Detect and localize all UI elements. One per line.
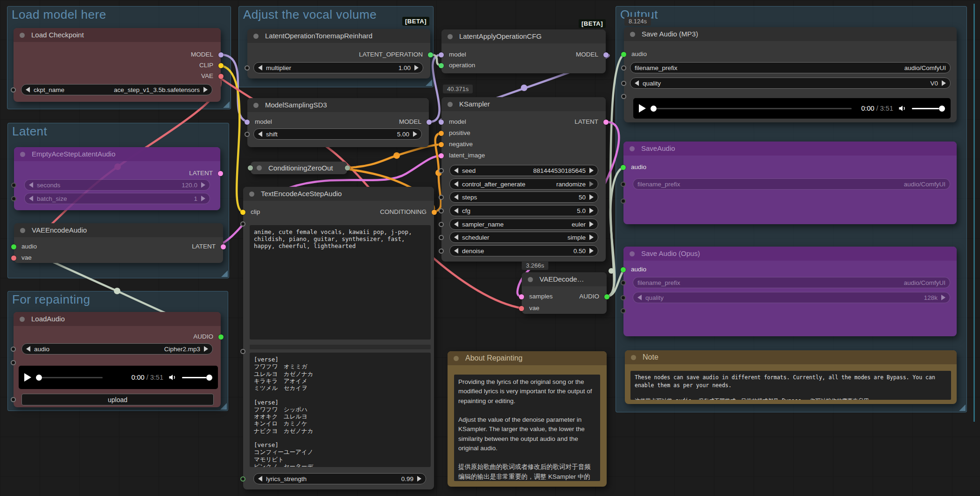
- node-load-audio[interactable]: LoadAudio AUDIO audio Cipher2.mp3 0:00 /…: [14, 312, 221, 407]
- collapse-icon[interactable]: [257, 165, 262, 170]
- collapse-icon[interactable]: [630, 146, 635, 151]
- volume-knob[interactable]: [939, 106, 945, 112]
- audio-input-port[interactable]: [621, 165, 626, 170]
- node-vae-decode[interactable]: VAEDecode… samples vae AUDIO: [522, 272, 607, 314]
- prev-value-icon[interactable]: [29, 182, 33, 188]
- node-vae-encode-audio[interactable]: VAEEncodeAudio audio vae LATENT: [14, 223, 223, 263]
- collapse-icon[interactable]: [253, 103, 259, 108]
- batch-size-widget[interactable]: batch_size 1: [24, 193, 210, 204]
- positive-input-port[interactable]: [439, 131, 444, 136]
- next-value-icon[interactable]: [204, 346, 208, 352]
- collapse-icon[interactable]: [20, 317, 25, 322]
- audio-output-port[interactable]: [218, 334, 224, 340]
- seek-bar[interactable]: [36, 375, 103, 381]
- widget-input-socket[interactable]: [240, 476, 245, 482]
- collapse-icon[interactable]: [448, 34, 453, 39]
- prev-value-icon[interactable]: [258, 65, 262, 71]
- prev-value-icon[interactable]: [26, 346, 30, 352]
- node-title[interactable]: VAEDecode…: [522, 272, 607, 286]
- group-title[interactable]: For repainting: [12, 292, 90, 307]
- play-icon[interactable]: [24, 373, 31, 382]
- node-title[interactable]: SaveAudio: [623, 142, 957, 156]
- model-output-port[interactable]: [218, 52, 224, 57]
- next-value-icon[interactable]: [414, 65, 419, 71]
- node-title[interactable]: Save Audio (MP3): [624, 27, 957, 41]
- volume-slider[interactable]: [182, 375, 212, 381]
- widget-input-socket[interactable]: [439, 235, 444, 240]
- collapse-icon[interactable]: [630, 251, 635, 256]
- prev-value-icon[interactable]: [26, 87, 30, 92]
- node-graph-canvas[interactable]: Load model here Latent For repainting Ad…: [0, 0, 980, 496]
- seconds-widget[interactable]: seconds 120.0: [24, 179, 210, 191]
- widget-input-socket[interactable]: [621, 182, 626, 187]
- node-title[interactable]: LoadAudio: [14, 312, 221, 326]
- widget-input-socket[interactable]: [621, 94, 626, 99]
- widget-input-socket[interactable]: [11, 360, 16, 365]
- collapse-icon[interactable]: [20, 228, 25, 233]
- vae-output-port[interactable]: [218, 74, 224, 79]
- cfg-widget[interactable]: cfg 5.0: [449, 205, 598, 216]
- next-value-icon[interactable]: [589, 168, 594, 173]
- widget-input-socket[interactable]: [621, 295, 626, 300]
- collapse-icon[interactable]: [20, 33, 25, 38]
- audio-input-port[interactable]: [621, 267, 626, 272]
- collapse-icon[interactable]: [454, 356, 459, 361]
- node-title[interactable]: LatentApplyOperationCFG: [441, 29, 606, 43]
- node-title[interactable]: Load Checkpoint: [14, 28, 221, 42]
- node-save-audio-opus[interactable]: Save Audio (Opus) audio filename_prefix …: [623, 247, 957, 336]
- collapse-icon[interactable]: [249, 191, 254, 197]
- prev-value-icon[interactable]: [454, 234, 458, 240]
- filename-prefix-widget[interactable]: filename_prefix audio/ComfyUI: [633, 178, 950, 190]
- node-model-sampling-sd3[interactable]: ModelSamplingSD3 model MODEL shift 5.00: [247, 98, 429, 147]
- widget-input-socket[interactable]: [240, 349, 245, 354]
- ckpt-name-widget[interactable]: ckpt_name ace_step_v1_3.5b.safetensors: [21, 84, 212, 95]
- group-title[interactable]: Latent: [12, 124, 47, 139]
- node-title[interactable]: ConditioningZeroOut: [251, 162, 347, 174]
- next-value-icon[interactable]: [942, 80, 946, 86]
- widget-input-socket[interactable]: [621, 280, 626, 285]
- model-output-port[interactable]: [427, 120, 432, 125]
- latent-output-port[interactable]: [218, 171, 223, 176]
- widget-input-socket[interactable]: [439, 208, 444, 213]
- next-value-icon[interactable]: [203, 87, 208, 92]
- node-title[interactable]: EmptyAceStepLatentAudio: [14, 147, 220, 161]
- next-value-icon[interactable]: [589, 181, 594, 187]
- node-title[interactable]: VAEEncodeAudio: [14, 223, 223, 237]
- latent-output-port[interactable]: [603, 120, 609, 125]
- volume-track[interactable]: [912, 108, 939, 109]
- node-save-audio-mp3[interactable]: Save Audio (MP3) audio filename_prefix a…: [624, 27, 957, 122]
- clip-output-port[interactable]: [218, 63, 224, 68]
- next-value-icon[interactable]: [589, 234, 594, 240]
- multiplier-widget[interactable]: multiplier 1.00: [253, 62, 423, 73]
- collapse-icon[interactable]: [20, 152, 25, 157]
- prev-value-icon[interactable]: [454, 168, 458, 173]
- widget-input-socket[interactable]: [439, 168, 444, 173]
- node-ksampler[interactable]: KSampler model positive negative latent_…: [441, 97, 606, 262]
- conditioning-output-port[interactable]: [345, 165, 350, 170]
- scheduler-widget[interactable]: scheduler simple: [449, 232, 598, 243]
- widget-input-socket[interactable]: [11, 196, 16, 201]
- reroute-dot[interactable]: [609, 268, 614, 274]
- prev-value-icon[interactable]: [454, 221, 458, 227]
- next-value-icon[interactable]: [941, 295, 945, 300]
- model-input-port[interactable]: [245, 120, 250, 125]
- widget-input-socket[interactable]: [245, 65, 250, 71]
- audio-file-widget[interactable]: audio Cipher2.mp3: [21, 343, 213, 354]
- next-value-icon[interactable]: [589, 221, 594, 227]
- prev-value-icon[interactable]: [635, 80, 639, 86]
- seek-knob[interactable]: [651, 106, 657, 112]
- node-title[interactable]: About Repainting: [448, 351, 607, 365]
- volume-track[interactable]: [182, 377, 206, 378]
- operation-input-port[interactable]: [439, 63, 444, 68]
- node-load-checkpoint[interactable]: Load Checkpoint MODEL CLIP VAE ckpt_name…: [14, 28, 221, 102]
- node-latent-operation-tonemap-reinhard[interactable]: LatentOperationTonemapReinhard LATENT_OP…: [247, 29, 430, 78]
- node-latent-apply-operation-cfg[interactable]: LatentApplyOperationCFG model operation …: [441, 29, 606, 73]
- audio-input-port[interactable]: [11, 244, 16, 249]
- play-icon[interactable]: [639, 104, 646, 113]
- next-value-icon[interactable]: [201, 182, 205, 188]
- steps-widget[interactable]: steps 50: [449, 191, 598, 203]
- next-value-icon[interactable]: [201, 196, 205, 201]
- node-title[interactable]: TextEncodeAceStepAudio: [243, 187, 434, 201]
- node-save-audio[interactable]: SaveAudio audio filename_prefix audio/Co…: [623, 142, 957, 224]
- tags-textarea[interactable]: anime, cute female vocals, kawaii pop, j…: [250, 225, 431, 340]
